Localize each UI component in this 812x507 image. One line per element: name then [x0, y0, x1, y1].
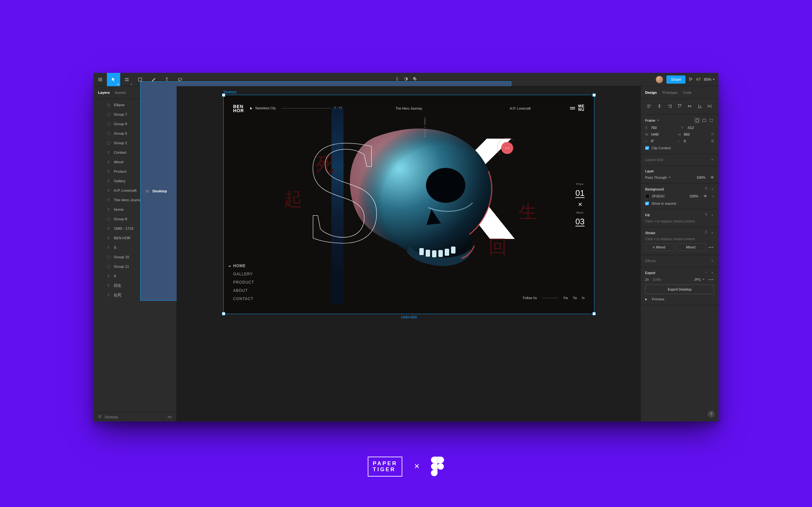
share-button[interactable]: Share — [666, 75, 686, 83]
layer-label: Group 2 — [114, 141, 127, 145]
export-preview-toggle[interactable]: Preview — [652, 297, 664, 301]
y-field[interactable]: Y-512 — [681, 126, 714, 130]
align-left[interactable] — [645, 102, 654, 110]
present-icon[interactable] — [689, 77, 693, 82]
play-icon — [250, 107, 252, 110]
bg-swatch[interactable] — [645, 194, 650, 199]
stroke-more-icon[interactable]: ••• — [708, 245, 714, 249]
effects-section: Effects ＋ — [641, 255, 718, 267]
selection-handle[interactable] — [222, 313, 225, 315]
align-right[interactable] — [665, 102, 674, 110]
bg-hex[interactable]: 0F0E0C — [652, 194, 665, 198]
selection-handle[interactable] — [222, 94, 225, 96]
align-hcenter[interactable] — [655, 102, 664, 110]
left-panel-footer[interactable]: Desktop ↗↙ — [94, 412, 176, 421]
tab-code[interactable]: Code — [683, 91, 692, 95]
toolbar-center-tools — [395, 77, 417, 82]
export-suffix-label[interactable]: Suffix — [653, 278, 661, 281]
layer-section: Layer Pass Through 100% 👁 — [641, 166, 718, 183]
menu-button[interactable] — [94, 73, 107, 86]
text-icon: T — [106, 189, 111, 192]
add-export-icon[interactable]: ＋ — [711, 270, 714, 275]
x-field[interactable]: X760 — [645, 126, 678, 130]
add-fill-icon[interactable]: ＋ — [711, 213, 714, 217]
layer-opacity[interactable]: 100% — [697, 176, 705, 179]
visibility-icon[interactable]: 👁 — [711, 176, 714, 179]
align-top[interactable] — [675, 102, 684, 110]
component-icon[interactable] — [395, 77, 399, 82]
stroke-style-icon[interactable]: ⠿ — [705, 230, 707, 235]
menu-toggle: MENU — [570, 105, 585, 112]
add-bg-icon[interactable]: ＋ — [711, 187, 714, 191]
layer-label: Product — [114, 170, 126, 173]
frame-name-label[interactable]: Desktop — [223, 90, 236, 94]
layer-label: The Hero Journey — [114, 198, 143, 202]
group-icon — [106, 265, 111, 268]
export-scale[interactable]: 2x — [645, 278, 649, 281]
resize-to-fit[interactable] — [708, 118, 714, 123]
svg-rect-13 — [419, 248, 424, 255]
help-button[interactable]: ? — [708, 411, 715, 418]
layer-row[interactable]: Desktop — [141, 99, 176, 300]
h-field[interactable]: H850 — [678, 132, 708, 136]
stroke-align-field[interactable]: ≡Mixed — [645, 243, 674, 251]
orientation-portrait[interactable] — [694, 118, 700, 123]
layer-label: Ellipse — [114, 103, 125, 107]
figma-logo-icon — [431, 457, 444, 476]
missing-fonts-icon[interactable]: A? — [696, 77, 701, 82]
style-icon[interactable]: ⠿ — [705, 187, 707, 191]
add-grid-icon[interactable]: ＋ — [711, 157, 714, 162]
radius-field[interactable]: ⌐0 — [678, 139, 708, 143]
avatar[interactable] — [656, 76, 663, 83]
show-in-exports-checkbox[interactable]: Show in exports — [645, 202, 714, 205]
constrain-icon[interactable]: ⟳ — [711, 132, 714, 136]
add-stroke-icon[interactable]: ＋ — [711, 230, 714, 235]
fill-hint: Click + to replace mixed content. — [645, 219, 714, 223]
svg-rect-6 — [107, 123, 110, 125]
export-more-icon[interactable]: ••• — [708, 278, 714, 281]
blend-mode-dropdown[interactable]: Pass Through — [645, 176, 670, 179]
align-bottom[interactable] — [695, 102, 704, 110]
svg-point-12 — [426, 168, 465, 203]
stroke-width-field[interactable]: Mixed — [677, 243, 706, 251]
clip-content-checkbox[interactable]: Clip Content — [645, 146, 714, 150]
layer-tree: DesktopEllipseGroup 7Group 9Group 5Group… — [94, 99, 176, 412]
svg-rect-19 — [696, 119, 699, 122]
text-icon: T — [106, 227, 111, 230]
tab-prototype[interactable]: Prototype — [663, 91, 677, 95]
export-format-dropdown[interactable]: JPG — [694, 278, 705, 281]
mask-icon[interactable] — [404, 77, 408, 82]
remove-export-icon[interactable]: − — [705, 270, 707, 275]
w-field[interactable]: W1440 — [645, 132, 675, 136]
selection-handle[interactable] — [593, 94, 595, 96]
tab-assets[interactable]: Assets — [115, 91, 126, 95]
remove-bg-icon[interactable]: − — [712, 194, 714, 198]
rotation-field[interactable]: ⟀0° — [645, 139, 675, 143]
svg-rect-14 — [426, 250, 430, 257]
text-icon: T — [106, 160, 111, 164]
fill-style-icon[interactable]: ⠿ — [705, 213, 707, 217]
selection-handle[interactable] — [593, 313, 595, 315]
design-frame[interactable]: BENHOR Nameless City 0 : 10 The Hero Jou… — [223, 95, 594, 314]
right-panel: Design Prototype Code Frame — [641, 86, 718, 421]
align-vcenter[interactable] — [685, 102, 694, 110]
text-icon: T — [106, 208, 111, 211]
boolean-icon[interactable] — [413, 77, 417, 82]
add-effect-icon[interactable]: ＋ — [711, 258, 714, 263]
bg-opacity[interactable]: 100% — [689, 194, 698, 198]
stroke-section: Stroke ⠿＋ Click + to replace mixed conte… — [641, 227, 718, 255]
frame-tool[interactable] — [120, 73, 134, 86]
tab-layers[interactable]: Layers — [98, 91, 110, 95]
distribute[interactable] — [705, 102, 714, 110]
tab-design[interactable]: Design — [645, 91, 657, 95]
orientation-landscape[interactable] — [701, 118, 707, 123]
times-icon: ✕ — [414, 462, 420, 470]
align-section — [641, 99, 718, 114]
canvas[interactable]: Desktop BENHOR Nameless City 0 : 10 The … — [177, 86, 641, 421]
export-button[interactable]: Export Desktop — [645, 285, 714, 294]
move-tool[interactable] — [107, 73, 120, 86]
zoom-control[interactable]: 80% — [704, 77, 715, 82]
frame-type-dropdown[interactable]: Frame — [645, 118, 659, 122]
independent-corners-icon[interactable]: ⊞ — [711, 139, 714, 143]
bg-visibility-icon[interactable]: 👁 — [704, 194, 707, 198]
